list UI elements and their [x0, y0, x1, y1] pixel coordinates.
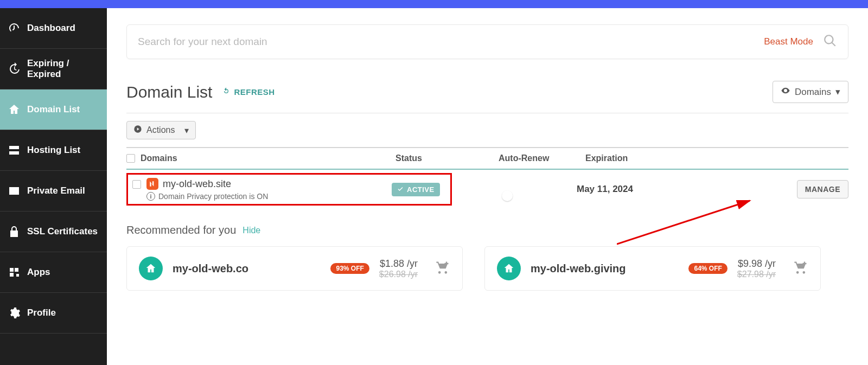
actions-button[interactable]: Actions ▾: [126, 121, 196, 139]
sidebar-item-dashboard[interactable]: Dashboard: [0, 8, 107, 49]
sidebar-item-ssl-certificates[interactable]: SSL Certificates: [0, 212, 107, 252]
check-icon: [397, 185, 404, 194]
domains-filter-label: Domains: [795, 87, 831, 98]
select-all-checkbox[interactable]: [126, 154, 135, 163]
add-to-cart-icon[interactable]: [793, 260, 808, 277]
table-header-row: Domains Status Auto-Renew Expiration: [126, 147, 848, 170]
privacy-status-text: Domain Privacy protection is ON: [158, 192, 268, 201]
gear-icon: [8, 306, 21, 319]
mail-icon: [8, 184, 21, 197]
sidebar-item-hosting-list[interactable]: Hosting List: [0, 130, 107, 171]
sidebar-item-profile[interactable]: Profile: [0, 293, 107, 334]
page-title: Domain List: [126, 83, 212, 101]
row-checkbox[interactable]: [132, 180, 141, 189]
info-icon: i: [146, 192, 155, 201]
recommended-title: Recommended for you: [126, 224, 236, 236]
sidebar-item-expiring[interactable]: Expiring / Expired: [0, 49, 107, 89]
old-price: $27.98 /yr: [737, 270, 776, 279]
sidebar: Dashboard Expiring / Expired Domain List…: [0, 8, 107, 365]
old-price: $26.98 /yr: [379, 270, 418, 279]
sidebar-item-label: Domain List: [27, 104, 80, 115]
home-circle-icon: [497, 257, 521, 280]
home-circle-icon: [139, 257, 163, 280]
server-icon: [8, 144, 21, 157]
col-header-auto-renew: Auto-Renew: [499, 153, 585, 163]
col-header-expiration: Expiration: [585, 153, 705, 163]
main-content: Beast Mode Domain List REFRESH Domain: [107, 8, 868, 365]
recommended-domain-name[interactable]: my-old-web.co: [173, 262, 314, 275]
search-input[interactable]: [138, 36, 764, 48]
status-badge: ACTIVE: [392, 183, 440, 196]
domain-name[interactable]: my-old-web.site: [163, 178, 231, 190]
eye-icon: [781, 86, 790, 98]
sidebar-item-apps[interactable]: Apps: [0, 252, 107, 293]
sidebar-item-label: Apps: [27, 267, 50, 278]
refresh-label: REFRESH: [234, 87, 275, 97]
price: $9.98 /yr: [737, 258, 776, 270]
search-bar: Beast Mode: [126, 24, 848, 59]
hide-link[interactable]: Hide: [242, 226, 260, 235]
col-header-domains: Domains: [141, 153, 395, 163]
sidebar-item-label: Private Email: [27, 185, 85, 196]
recommendation-card: my-old-web.giving 64% OFF $9.98 /yr $27.…: [484, 246, 821, 291]
refresh-icon: [222, 87, 231, 97]
list-header: Domain List REFRESH Domains ▾: [126, 81, 848, 113]
recommendation-card: my-old-web.co 93% OFF $1.88 /yr $26.98 /…: [126, 246, 463, 291]
home-icon: [8, 103, 21, 116]
price: $1.88 /yr: [379, 258, 418, 270]
discount-badge: 64% OFF: [688, 263, 727, 274]
discount-badge: 93% OFF: [330, 263, 369, 274]
apps-icon: [8, 266, 21, 279]
beast-mode-link[interactable]: Beast Mode: [764, 36, 813, 47]
manage-button[interactable]: MANAGE: [797, 180, 848, 198]
caret-down-icon: ▾: [835, 86, 840, 98]
caret-down-icon: ▾: [184, 125, 189, 136]
play-circle-icon: [133, 125, 142, 136]
recommended-domain-name[interactable]: my-old-web.giving: [531, 262, 672, 275]
sidebar-item-label: Dashboard: [27, 23, 75, 34]
domains-filter-button[interactable]: Domains ▾: [773, 81, 848, 103]
gauge-icon: [8, 22, 21, 35]
sidebar-item-label: SSL Certificates: [27, 226, 98, 237]
add-to-cart-icon[interactable]: [435, 260, 450, 277]
provider-icon: [146, 178, 158, 190]
search-icon[interactable]: [823, 34, 837, 50]
expiration-date: May 11, 2024: [577, 184, 633, 194]
lock-icon: [8, 225, 21, 238]
status-text: ACTIVE: [407, 185, 435, 194]
top-bar: [0, 0, 868, 8]
col-header-status: Status: [395, 153, 499, 163]
sidebar-item-private-email[interactable]: Private Email: [0, 171, 107, 212]
sidebar-item-label: Hosting List: [27, 145, 80, 156]
refresh-button[interactable]: REFRESH: [222, 87, 275, 97]
actions-label: Actions: [146, 125, 175, 135]
sidebar-item-label: Expiring / Expired: [27, 58, 99, 80]
sidebar-item-label: Profile: [27, 308, 56, 318]
annotation-highlight-box: my-old-web.site i Domain Privacy protect…: [126, 173, 452, 206]
clock-history-icon: [8, 62, 21, 75]
sidebar-item-domain-list[interactable]: Domain List: [0, 89, 107, 130]
